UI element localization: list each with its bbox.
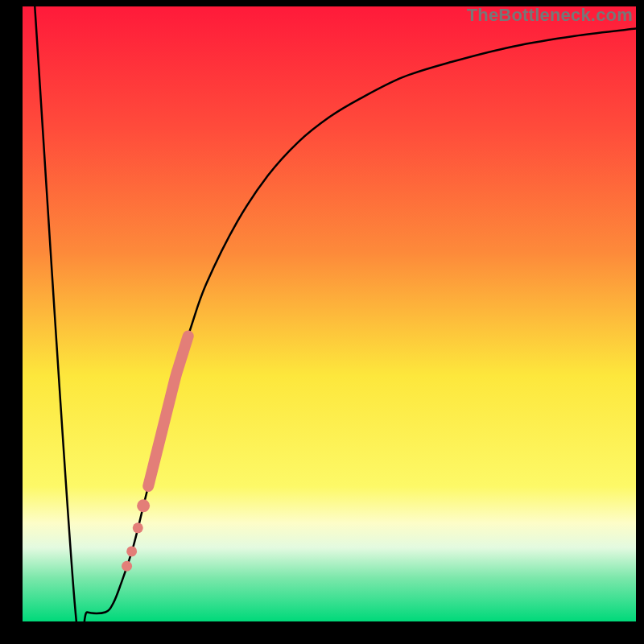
curve-marker: [133, 522, 143, 533]
bottleneck-chart: TheBottleneck.com: [0, 0, 644, 644]
chart-svg: [0, 0, 644, 644]
curve-marker: [137, 499, 150, 512]
plot-background: [23, 6, 636, 621]
curve-marker: [122, 561, 132, 572]
curve-marker: [126, 546, 137, 556]
watermark-text: TheBottleneck.com: [467, 5, 633, 26]
